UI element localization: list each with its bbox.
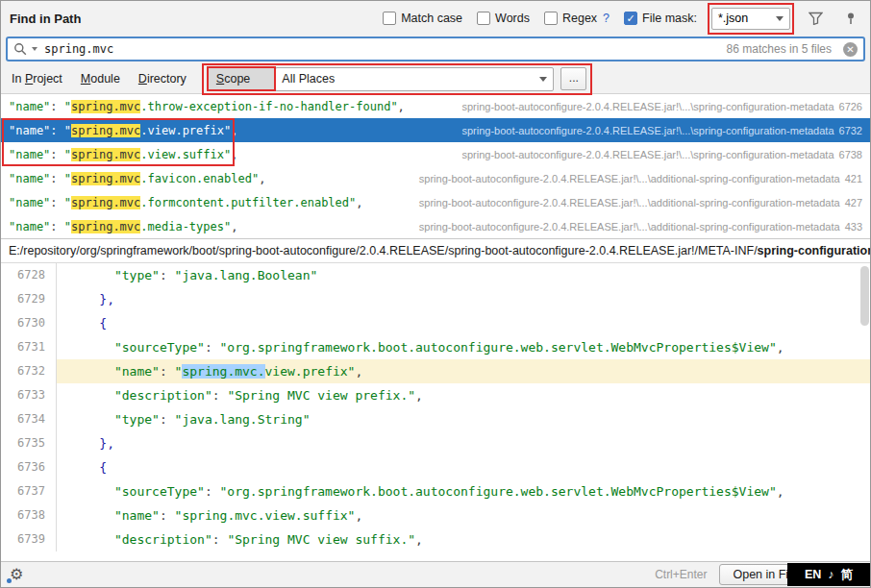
result-row[interactable]: "name": "spring.mvc.favicon.enabled",spr… (1, 166, 870, 190)
token: "sourceType" (114, 484, 205, 499)
token: , (259, 172, 265, 185)
token: : (50, 124, 63, 137)
words-checkbox[interactable] (477, 12, 490, 25)
line-number: 6728 (1, 263, 57, 287)
result-line-number: 6726 (839, 101, 862, 112)
file-mask-checkbox[interactable] (624, 12, 637, 25)
token: , (231, 124, 237, 137)
match-case-option[interactable]: Match case (383, 12, 462, 25)
code-line: 6733 "description": "Spring MVC view pre… (1, 383, 870, 407)
file-mask-value: *.json (718, 12, 748, 25)
settings-gear-icon[interactable]: ⚙ (10, 567, 23, 582)
token: " (64, 124, 71, 137)
scope-select-combo[interactable]: All Places (275, 67, 554, 91)
regex-help-link[interactable]: ? (603, 12, 610, 25)
token: , (355, 364, 362, 379)
scrollbar-thumb[interactable] (860, 266, 869, 326)
file-mask-combo[interactable]: *.json (711, 8, 790, 30)
result-row[interactable]: "name": "spring.mvc.media-types",spring-… (1, 214, 870, 238)
line-number: 6735 (1, 431, 57, 455)
file-mask-option[interactable]: File mask: (624, 12, 697, 25)
ime-indicator[interactable]: EN ♪ 简 (787, 563, 870, 586)
token: .view.prefix" (140, 124, 231, 137)
result-line-number: 427 (845, 197, 862, 208)
token (69, 412, 114, 427)
token: { (99, 316, 107, 331)
token: : (212, 388, 228, 403)
scope-tab-directory[interactable]: Directory (138, 72, 187, 86)
ime-icon: ♪ (828, 568, 834, 581)
result-row[interactable]: "name": "spring.mvc.view.suffix",spring-… (1, 142, 870, 166)
result-row[interactable]: "name": "spring.mvc.view.prefix",spring-… (1, 118, 870, 142)
line-number: 6738 (1, 503, 57, 527)
token: : (160, 508, 175, 523)
search-input[interactable]: spring.mvc 86 matches in 5 files ✕ (6, 37, 865, 61)
scope-tab-in-project[interactable]: In Project (12, 72, 62, 86)
code-line: 6729 }, (1, 287, 870, 311)
token: "name" (9, 220, 50, 233)
results-list[interactable]: "name": "spring.mvc.throw-exception-if-n… (1, 94, 870, 238)
code-line: 6730 { (1, 311, 870, 335)
token: "name" (9, 196, 50, 209)
token: " (64, 220, 71, 233)
shortcut-hint: Ctrl+Enter (655, 568, 707, 581)
token: { (99, 460, 107, 475)
result-path: spring-boot-autoconfigure-2.0.4.RELEASE.… (461, 101, 834, 112)
code-text: }, (57, 287, 870, 311)
filter-icon[interactable] (805, 8, 826, 29)
result-path: spring-boot-autoconfigure-2.0.4.RELEASE.… (419, 221, 840, 233)
line-number: 6732 (1, 359, 57, 383)
result-match-text: "name": "spring.mvc.formcontent.putfilte… (9, 196, 363, 209)
result-location: spring-boot-autoconfigure-2.0.4.RELEASE.… (452, 101, 862, 112)
token: , (777, 340, 784, 355)
token (69, 316, 99, 331)
dialog-title: Find in Path (10, 12, 81, 26)
result-row[interactable]: "name": "spring.mvc.throw-exception-if-n… (1, 94, 870, 118)
pin-icon[interactable] (840, 8, 861, 29)
code-text: "description": "Spring MVC view prefix."… (57, 383, 870, 407)
token: , (415, 388, 423, 403)
code-text: "name": "spring.mvc.view.prefix", (57, 359, 870, 383)
token: , (356, 196, 362, 209)
match-case-checkbox[interactable] (383, 12, 396, 25)
result-row[interactable]: "name": "spring.mvc.formcontent.putfilte… (1, 190, 870, 214)
code-line: 6732 "name": "spring.mvc.view.prefix", (1, 359, 870, 383)
code-lines: 6728 "type": "java.lang.Boolean"6729 },6… (1, 263, 870, 551)
token: "Spring MVC view suffix." (227, 532, 415, 547)
scope-tab-scope[interactable]: Scope (208, 67, 275, 90)
words-option[interactable]: Words (477, 12, 530, 25)
regex-checkbox[interactable] (544, 12, 558, 25)
token: .view.suffix" (140, 148, 231, 161)
token: "type" (114, 268, 160, 282)
code-text: "sourceType": "org.springframework.boot.… (57, 335, 870, 359)
token: : (205, 340, 220, 355)
gear-badge (7, 578, 12, 583)
code-preview-editor[interactable]: 6728 "type": "java.lang.Boolean"6729 },6… (1, 263, 870, 561)
result-path: spring-boot-autoconfigure-2.0.4.RELEASE.… (461, 125, 834, 136)
scope-tab-module[interactable]: Module (81, 72, 120, 86)
code-line: 6738 "name": "spring.mvc.view.suffix", (1, 503, 870, 527)
code-line: 6734 "type": "java.lang.String" (1, 407, 870, 431)
selected-text: spring.mvc. (182, 364, 264, 379)
regex-option[interactable]: Regex ? (544, 12, 610, 25)
token: }, (99, 292, 114, 306)
search-history-arrow-icon[interactable] (32, 47, 37, 51)
token: , (415, 532, 423, 547)
token: "Spring MVC view prefix." (227, 388, 415, 403)
match-highlight: spring.mvc (71, 196, 140, 209)
result-path: spring-boot-autoconfigure-2.0.4.RELEASE.… (419, 173, 840, 184)
match-highlight: spring.mvc (71, 172, 140, 185)
token: : (160, 268, 175, 282)
ime-cn: 简 (841, 567, 854, 583)
more-options-button[interactable]: ... (560, 67, 586, 90)
scope-bar: In ProjectModuleDirectory Scope All Plac… (1, 64, 870, 94)
search-row: spring.mvc 86 matches in 5 files ✕ (1, 36, 870, 64)
result-location: spring-boot-autoconfigure-2.0.4.RELEASE.… (452, 125, 862, 136)
token (69, 460, 99, 475)
clear-search-icon[interactable]: ✕ (843, 42, 858, 57)
code-line: 6728 "type": "java.lang.Boolean" (1, 263, 870, 287)
token: "name" (9, 172, 50, 185)
result-line-number: 6732 (839, 125, 862, 136)
token: : (205, 484, 220, 499)
code-line: 6736 { (1, 455, 870, 479)
